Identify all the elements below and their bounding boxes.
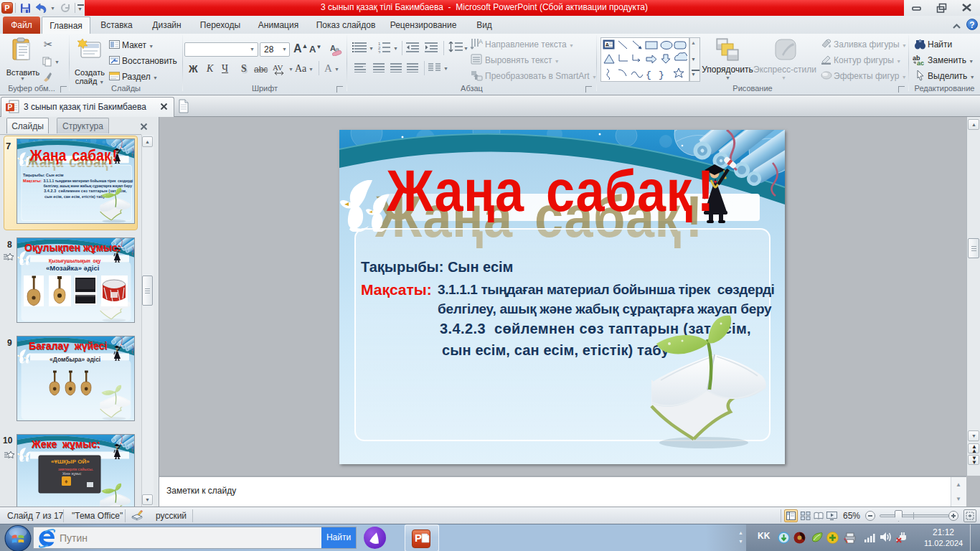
svg-text:AV: AV (273, 63, 283, 72)
svg-text:A: A (606, 42, 610, 48)
svg-text:}: } (659, 70, 664, 80)
svg-text:{: { (646, 70, 651, 80)
svg-text:3: 3 (378, 50, 381, 53)
svg-text:ac: ac (917, 60, 924, 66)
svg-text:A: A (479, 38, 483, 45)
svg-text:♦: ♦ (65, 478, 68, 485)
svg-text:P: P (8, 103, 13, 111)
